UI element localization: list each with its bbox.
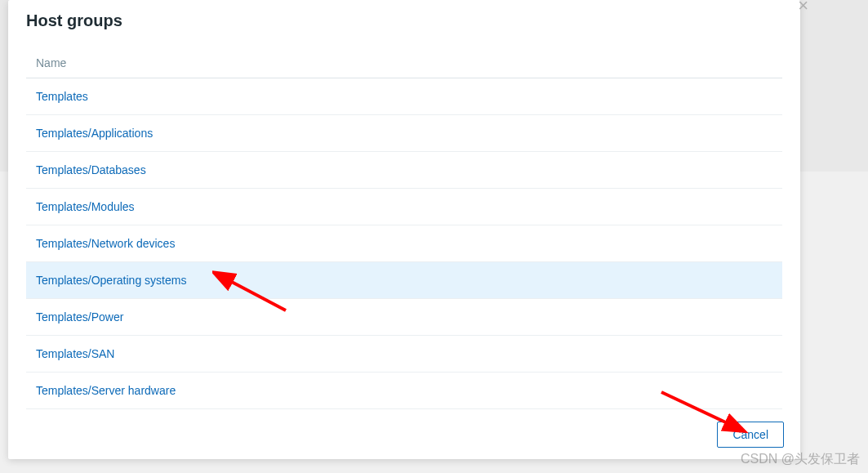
- host-group-link[interactable]: Templates/Modules: [36, 200, 135, 213]
- list-item[interactable]: Templates/SAN: [26, 336, 782, 373]
- list-item[interactable]: Templates/Server hardware: [26, 373, 782, 409]
- column-header-name: Name: [26, 50, 782, 78]
- modal-header: Host groups ×: [8, 0, 800, 38]
- list-item[interactable]: Templates/Databases: [26, 152, 782, 189]
- modal-footer: Cancel: [717, 422, 784, 448]
- cancel-button[interactable]: Cancel: [717, 422, 784, 448]
- list-item[interactable]: Templates/Modules: [26, 189, 782, 225]
- host-group-link[interactable]: Templates/Power: [36, 310, 123, 324]
- modal-title: Host groups: [26, 11, 782, 30]
- list-item[interactable]: Templates: [26, 78, 782, 115]
- host-groups-list: Templates Templates/Applications Templat…: [26, 78, 782, 409]
- host-group-link[interactable]: Templates: [36, 90, 88, 103]
- list-item[interactable]: Templates/Network devices: [26, 225, 782, 262]
- list-item[interactable]: Templates/Applications: [26, 115, 782, 152]
- host-group-link[interactable]: Templates/Operating systems: [36, 274, 186, 287]
- host-group-link[interactable]: Templates/SAN: [36, 347, 114, 360]
- modal-body: Name Templates Templates/Applications Te…: [8, 38, 800, 409]
- host-groups-modal: Host groups × Name Templates Templates/A…: [8, 0, 800, 459]
- host-group-link[interactable]: Templates/Databases: [36, 163, 146, 176]
- close-icon[interactable]: ×: [798, 0, 808, 15]
- list-item[interactable]: Templates/Operating systems: [26, 262, 782, 299]
- list-item[interactable]: Templates/Power: [26, 299, 782, 336]
- host-group-link[interactable]: Templates/Applications: [36, 127, 153, 140]
- host-group-link[interactable]: Templates/Server hardware: [36, 384, 176, 397]
- host-group-link[interactable]: Templates/Network devices: [36, 237, 175, 250]
